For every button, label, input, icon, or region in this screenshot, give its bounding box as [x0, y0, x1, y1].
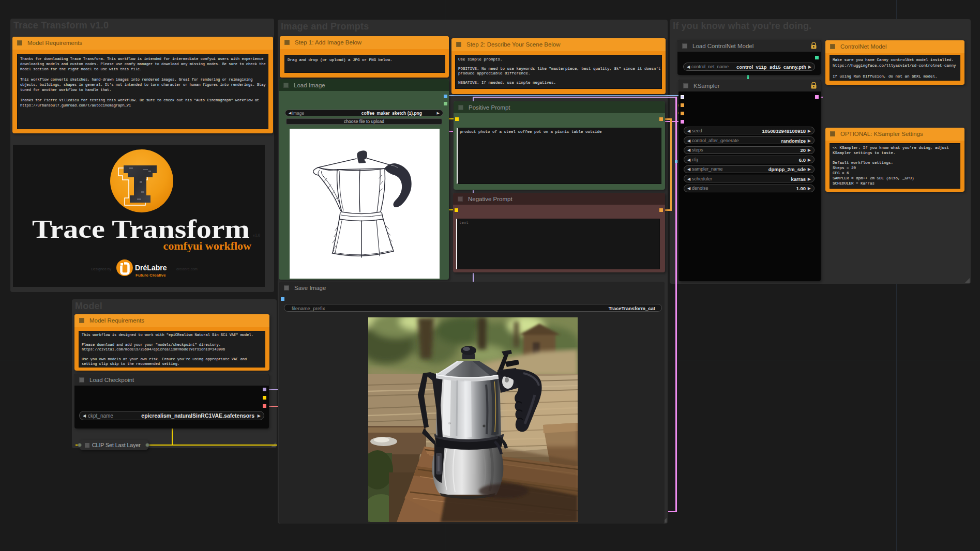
svg-text:Designed by: Designed by [91, 267, 111, 271]
svg-text:v1.0: v1.0 [253, 233, 260, 238]
svg-text:Future Creative: Future Creative [135, 273, 166, 278]
svg-text:DréLabre: DréLabre [135, 264, 167, 272]
svg-text:drelabre.com: drelabre.com [176, 267, 198, 271]
svg-text:comfyui workflow: comfyui workflow [163, 239, 252, 252]
